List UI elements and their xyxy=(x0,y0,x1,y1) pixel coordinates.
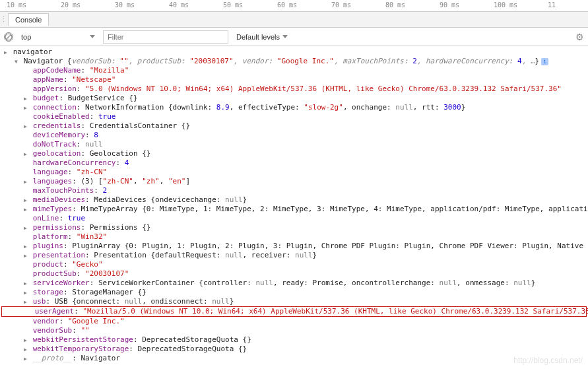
property-key: appVersion xyxy=(33,84,77,93)
property-value: "20030107" xyxy=(85,269,129,278)
tick-label: 70 ms xyxy=(331,1,351,9)
context-selector[interactable]: top xyxy=(18,32,98,42)
expand-toggle[interactable] xyxy=(22,345,28,351)
expand-toggle[interactable] xyxy=(22,242,28,248)
expand-toggle[interactable] xyxy=(22,223,28,229)
log-levels-selector[interactable]: Default levels xyxy=(234,32,290,42)
property-key: product xyxy=(33,260,63,269)
property-value: 8 xyxy=(94,131,98,139)
property-key: presentation xyxy=(33,251,85,259)
property-key: mediaDevices xyxy=(33,195,85,204)
object-property[interactable]: appVersion: "5.0 (Windows NT 10.0; Win64… xyxy=(0,84,588,94)
console-toolbar: top Default levels ⚙ xyxy=(0,28,588,46)
property-key: mimeTypes xyxy=(33,205,73,213)
object-property[interactable]: __proto__: Navigator xyxy=(0,354,588,363)
console-output: navigator Navigator {vendorSub: "", prod… xyxy=(0,46,588,364)
expand-toggle[interactable] xyxy=(22,149,28,155)
property-key: doNotTrack xyxy=(33,140,77,149)
object-property[interactable]: productSub: "20030107" xyxy=(0,269,588,279)
property-key: deviceMemory xyxy=(33,131,85,139)
drawer-tabs: ⋮ Console xyxy=(0,12,588,28)
property-value: BudgetService {} xyxy=(68,94,138,102)
property-key: budget xyxy=(33,94,59,102)
expand-toggle[interactable] xyxy=(13,57,19,63)
tab-console[interactable]: Console xyxy=(8,13,49,26)
object-property[interactable]: webkitTemporaryStorage: DeprecatedStorag… xyxy=(0,345,588,354)
object-property[interactable]: credentials: CredentialsContainer {} xyxy=(0,121,588,131)
expand-toggle[interactable] xyxy=(22,251,28,257)
object-property[interactable]: vendorSub: "" xyxy=(0,326,588,335)
tick-label: 90 ms xyxy=(440,1,459,9)
tick-label: 40 ms xyxy=(169,1,189,9)
property-key: usb xyxy=(33,297,46,306)
object-property[interactable]: maxTouchPoints: 2 xyxy=(0,186,588,195)
levels-value: Default levels xyxy=(236,33,280,41)
property-key: storage xyxy=(33,288,63,296)
object-property[interactable]: mimeTypes: MimeTypeArray {0: MimeType, 1… xyxy=(0,205,588,214)
expand-toggle[interactable] xyxy=(22,354,28,360)
object-property[interactable]: vendor: "Google Inc." xyxy=(0,317,588,326)
object-property[interactable]: onLine: true xyxy=(0,214,588,223)
object-property[interactable]: cookieEnabled: true xyxy=(0,112,588,121)
property-key: vendor xyxy=(33,317,59,325)
object-property[interactable]: usb: USB {onconnect: null, ondisconnect:… xyxy=(0,297,588,306)
object-property[interactable]: userAgent: "Mozilla/5.0 (Windows NT 10.0… xyxy=(1,306,587,317)
expand-toggle[interactable] xyxy=(3,48,9,53)
expand-toggle[interactable] xyxy=(22,279,28,285)
property-key: appCodeName xyxy=(33,66,81,75)
tick-label: 100 ms xyxy=(494,1,517,9)
info-icon[interactable]: i xyxy=(541,58,548,65)
clear-console-icon[interactable] xyxy=(4,32,13,42)
object-property[interactable]: platform: "Win32" xyxy=(0,232,588,242)
object-header[interactable]: Navigator {vendorSub: "", productSub: "2… xyxy=(0,57,588,66)
object-property[interactable]: budget: BudgetService {} xyxy=(0,94,588,103)
tick-label: 30 ms xyxy=(115,1,135,9)
property-value: true xyxy=(68,214,86,222)
filter-input[interactable] xyxy=(103,30,228,44)
expand-toggle[interactable] xyxy=(22,195,28,201)
object-property[interactable]: geolocation: Geolocation {} xyxy=(0,149,588,158)
chevron-down-icon xyxy=(90,35,95,38)
object-property[interactable]: serviceWorker: ServiceWorkerContainer {c… xyxy=(0,279,588,288)
drag-handle-icon[interactable]: ⋮ xyxy=(0,15,7,24)
object-property[interactable]: plugins: PluginArray {0: Plugin, 1: Plug… xyxy=(0,242,588,251)
object-property[interactable]: language: "zh-CN" xyxy=(0,168,588,177)
property-key: webkitPersistentStorage xyxy=(33,335,133,344)
expand-toggle[interactable] xyxy=(22,94,28,100)
property-key: appName xyxy=(33,75,63,84)
expand-toggle[interactable] xyxy=(22,335,28,341)
object-property[interactable]: hardwareConcurrency: 4 xyxy=(0,158,588,168)
expand-toggle[interactable] xyxy=(22,205,28,211)
property-key: vendorSub xyxy=(33,326,73,335)
object-property[interactable]: appName: "Netscape" xyxy=(0,75,588,84)
expand-toggle[interactable] xyxy=(22,177,28,183)
chevron-down-icon xyxy=(282,35,288,38)
object-property[interactable]: languages: (3) ["zh-CN", "zh", "en"] xyxy=(0,177,588,186)
expand-toggle[interactable] xyxy=(22,103,28,109)
tick-label: 11 xyxy=(548,1,556,9)
time-ruler: 10 ms20 ms30 ms40 ms50 ms60 ms70 ms80 ms… xyxy=(0,0,588,12)
expand-toggle[interactable] xyxy=(22,297,28,303)
object-property[interactable]: storage: StorageManager {} xyxy=(0,288,588,297)
gear-icon[interactable]: ⚙ xyxy=(575,32,584,42)
object-property[interactable]: deviceMemory: 8 xyxy=(0,131,588,140)
property-key: onLine xyxy=(33,214,59,222)
property-key: geolocation xyxy=(33,149,81,158)
object-property[interactable]: mediaDevices: MediaDevices {ondevicechan… xyxy=(0,195,588,205)
property-value: Geolocation {} xyxy=(90,149,151,158)
expand-toggle[interactable] xyxy=(22,288,28,294)
expand-toggle[interactable] xyxy=(22,121,28,127)
svg-line-1 xyxy=(7,34,11,39)
object-property[interactable]: doNotTrack: null xyxy=(0,140,588,149)
property-value: Navigator xyxy=(81,354,120,362)
property-key: userAgent xyxy=(35,307,75,316)
property-key: language xyxy=(33,168,68,176)
object-property[interactable]: connection: NetworkInformation {downlink… xyxy=(0,103,588,112)
object-property[interactable]: presentation: Presentation {defaultReque… xyxy=(0,251,588,260)
property-key: cookieEnabled xyxy=(33,112,90,121)
object-property[interactable]: product: "Gecko" xyxy=(0,260,588,269)
object-property[interactable]: appCodeName: "Mozilla" xyxy=(0,66,588,75)
object-property[interactable]: webkitPersistentStorage: DeprecatedStora… xyxy=(0,335,588,345)
property-value: null xyxy=(85,140,103,149)
object-property[interactable]: permissions: Permissions {} xyxy=(0,223,588,232)
